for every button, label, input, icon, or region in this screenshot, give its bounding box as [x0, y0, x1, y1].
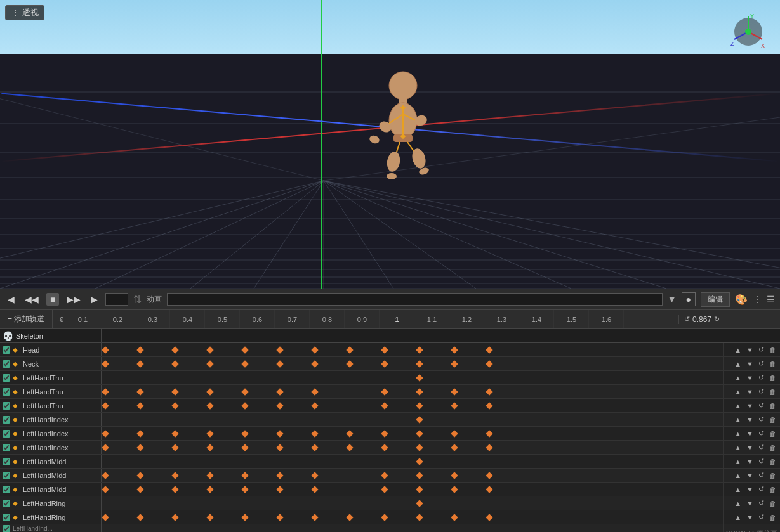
track-content-head[interactable] — [102, 343, 723, 356]
track-down-lhr1[interactable]: ▼ — [745, 499, 755, 508]
track-undo-lht2[interactable]: ↺ — [757, 387, 765, 396]
track-delete-lht3[interactable]: 🗑 — [768, 401, 777, 410]
track-checkbox-lht2[interactable] — [3, 388, 10, 396]
transport-more-options[interactable]: ⋮ — [753, 294, 762, 304]
transport-paint-icon[interactable]: 🎨 — [735, 294, 748, 306]
timeline-arrow-left[interactable]: → — [53, 310, 58, 328]
track-up-lht1[interactable]: ▲ — [733, 373, 743, 382]
track-content-lhm1[interactable] — [102, 455, 723, 468]
transport-next-button[interactable]: ▶▶ — [64, 293, 83, 306]
track-content-lhi1[interactable] — [102, 413, 723, 426]
track-down-lhi3[interactable]: ▼ — [745, 443, 755, 452]
track-undo-lhi1[interactable]: ↺ — [757, 415, 765, 424]
track-down-lht2[interactable]: ▼ — [745, 387, 755, 396]
track-down-lhm1[interactable]: ▼ — [745, 457, 755, 466]
track-up-lhm1[interactable]: ▲ — [733, 457, 743, 466]
track-delete-lhi1[interactable]: 🗑 — [768, 415, 777, 424]
transport-stop-button[interactable]: ■ — [46, 293, 59, 306]
track-delete-neck[interactable]: 🗑 — [768, 360, 777, 368]
transport-anim-name-input[interactable]: Jumping Up-loop — [167, 293, 662, 306]
track-undo-head[interactable]: ↺ — [757, 345, 765, 354]
track-undo-lhr1[interactable]: ↺ — [757, 498, 765, 508]
track-undo-lht1[interactable]: ↺ — [757, 373, 765, 382]
track-checkbox-lhi3[interactable] — [3, 444, 10, 451]
track-content-lht1[interactable] — [102, 371, 723, 384]
track-up-lhi1[interactable]: ▲ — [733, 415, 743, 424]
refresh-icon[interactable]: ↻ — [714, 315, 720, 323]
track-checkbox-lhr2[interactable] — [3, 514, 10, 521]
track-down-neck[interactable]: ▼ — [745, 360, 755, 368]
viewport-label[interactable]: ⋮ 透视 — [5, 5, 44, 20]
track-up-head[interactable]: ▲ — [733, 346, 743, 354]
transport-prev-start-button[interactable]: ◀ — [5, 293, 17, 306]
track-up-lht2[interactable]: ▲ — [733, 387, 743, 396]
track-down-lhr2[interactable]: ▼ — [745, 513, 755, 522]
track-up-lhr2[interactable]: ▲ — [733, 513, 743, 522]
transport-edit-button[interactable]: 编辑 — [701, 292, 730, 307]
track-up-lhi3[interactable]: ▲ — [733, 443, 743, 452]
track-up-lhr1[interactable]: ▲ — [733, 499, 743, 508]
track-content-lht2[interactable] — [102, 385, 723, 398]
track-content-lhm2[interactable] — [102, 469, 723, 482]
track-content-lhm3[interactable] — [102, 483, 723, 496]
track-undo-lhm2[interactable]: ↺ — [757, 470, 765, 480]
viewport[interactable]: ⋮ 透视 Y X Z — [0, 0, 780, 289]
track-checkbox-lht1[interactable] — [3, 374, 10, 382]
track-up-lht3[interactable]: ▲ — [733, 401, 743, 410]
track-checkbox-lhi2[interactable] — [3, 430, 10, 438]
timeline-tracks-container[interactable]: 💀 Skeleton ◆ Head — [0, 329, 780, 532]
transport-arrows-up-down[interactable]: ⇅ — [133, 294, 142, 306]
track-up-neck[interactable]: ▲ — [733, 360, 743, 368]
track-content-neck[interactable] — [102, 357, 723, 370]
track-delete-lhm3[interactable]: 🗑 — [768, 485, 777, 494]
track-delete-head[interactable]: 🗑 — [768, 346, 777, 354]
track-down-head[interactable]: ▼ — [745, 346, 755, 354]
track-down-lhi1[interactable]: ▼ — [745, 415, 755, 424]
track-checkbox-lhx[interactable] — [3, 525, 10, 533]
track-delete-lhr2[interactable]: 🗑 — [768, 513, 777, 522]
track-checkbox-lhm2[interactable] — [3, 472, 10, 479]
track-delete-lhr1[interactable]: 🗑 — [768, 499, 777, 508]
transport-align-icon[interactable]: ☰ — [767, 294, 775, 304]
track-up-lhi2[interactable]: ▲ — [733, 429, 743, 438]
track-delete-lht2[interactable]: 🗑 — [768, 387, 777, 396]
track-content-lhr1[interactable] — [102, 496, 723, 510]
track-delete-lhi3[interactable]: 🗑 — [768, 443, 777, 452]
track-checkbox-lhm3[interactable] — [3, 486, 10, 493]
track-undo-lhi3[interactable]: ↺ — [757, 443, 765, 452]
track-undo-lhr2[interactable]: ↺ — [757, 512, 765, 522]
reset-time-icon[interactable]: ↺ — [684, 315, 690, 323]
transport-dropdown-arrow[interactable]: ▼ — [668, 294, 677, 304]
track-undo-lhi2[interactable]: ↺ — [757, 429, 765, 438]
track-down-lht1[interactable]: ▼ — [745, 373, 755, 382]
track-delete-lhi2[interactable]: 🗑 — [768, 429, 777, 438]
track-delete-lht1[interactable]: 🗑 — [768, 373, 777, 382]
transport-time-input[interactable]: 0 — [105, 293, 128, 306]
track-checkbox-lhm1[interactable] — [3, 458, 10, 465]
transport-record-button[interactable]: ● — [682, 292, 696, 306]
transport-play-button[interactable]: ▶ — [88, 293, 100, 306]
track-content-lhi2[interactable] — [102, 427, 723, 440]
track-undo-lhm1[interactable]: ↺ — [757, 457, 765, 466]
add-track-button[interactable]: + 添加轨道 — [0, 310, 53, 328]
track-down-lht3[interactable]: ▼ — [745, 401, 755, 410]
track-checkbox-lhr1[interactable] — [3, 500, 10, 507]
track-checkbox-neck[interactable] — [3, 360, 10, 368]
track-content-lht3[interactable] — [102, 399, 723, 412]
track-content-lhr2[interactable] — [102, 510, 723, 524]
track-up-lhm3[interactable]: ▲ — [733, 485, 743, 494]
track-checkbox-head[interactable] — [3, 346, 10, 354]
track-down-lhi2[interactable]: ▼ — [745, 429, 755, 438]
track-down-lhm2[interactable]: ▼ — [745, 471, 755, 480]
track-undo-lht3[interactable]: ↺ — [757, 401, 765, 410]
track-checkbox-lht3[interactable] — [3, 402, 10, 410]
transport-prev-button[interactable]: ◀◀ — [22, 293, 41, 306]
track-down-lhm3[interactable]: ▼ — [745, 485, 755, 494]
track-delete-lhm1[interactable]: 🗑 — [768, 457, 777, 466]
track-content-lhi3[interactable] — [102, 441, 723, 454]
track-undo-neck[interactable]: ↺ — [757, 359, 765, 368]
track-delete-lhm2[interactable]: 🗑 — [768, 471, 777, 480]
track-up-lhm2[interactable]: ▲ — [733, 471, 743, 480]
track-content-lhx[interactable] — [102, 524, 723, 532]
track-checkbox-lhi1[interactable] — [3, 416, 10, 424]
